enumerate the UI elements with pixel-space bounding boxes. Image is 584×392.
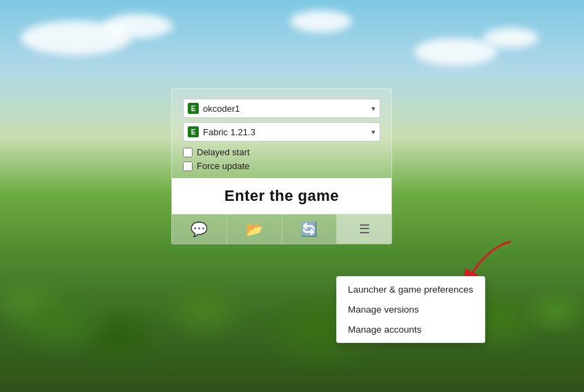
version-arrow-icon: ▾ bbox=[371, 128, 376, 137]
hamburger-icon: ☰ bbox=[359, 222, 370, 237]
dropdown-item-manage-versions[interactable]: Manage versions bbox=[337, 300, 485, 320]
chat-icon: 💬 bbox=[191, 221, 208, 237]
folder-icon: 📂 bbox=[246, 221, 263, 237]
toolbar: 💬 📂 🔄 ☰ bbox=[172, 214, 391, 244]
more-options-button[interactable]: ☰ bbox=[337, 215, 391, 244]
delayed-start-label: Delayed start bbox=[197, 147, 250, 157]
version-select[interactable]: E Fabric 1.21.3 ▾ bbox=[183, 122, 380, 141]
cloud-decoration bbox=[290, 10, 352, 32]
launcher-form: E okcoder1 ▾ E Fabric 1.21.3 ▾ Delayed s… bbox=[172, 89, 391, 171]
delayed-start-checkbox[interactable] bbox=[183, 148, 193, 157]
checkboxes-section: Delayed start Force update bbox=[183, 147, 380, 171]
dropdown-item-manage-accounts[interactable]: Manage accounts bbox=[337, 320, 485, 340]
account-arrow-icon: ▾ bbox=[371, 104, 376, 113]
refresh-button[interactable]: 🔄 bbox=[282, 215, 338, 244]
delayed-start-checkbox-row[interactable]: Delayed start bbox=[183, 147, 380, 157]
account-select[interactable]: E okcoder1 ▾ bbox=[183, 99, 380, 118]
account-value: okcoder1 bbox=[203, 104, 371, 114]
dropdown-item-launcher-prefs[interactable]: Launcher & game preferences bbox=[337, 280, 485, 300]
version-badge: E bbox=[188, 126, 199, 137]
launcher-window: E okcoder1 ▾ E Fabric 1.21.3 ▾ Delayed s… bbox=[171, 88, 392, 244]
refresh-icon: 🔄 bbox=[300, 221, 318, 237]
cloud-decoration bbox=[104, 14, 173, 38]
account-badge: E bbox=[188, 103, 199, 114]
enter-game-button[interactable]: Enter the game bbox=[224, 187, 339, 205]
cloud-decoration bbox=[483, 28, 538, 48]
cloud-decoration bbox=[414, 38, 497, 66]
force-update-checkbox[interactable] bbox=[183, 161, 193, 171]
version-value: Fabric 1.21.3 bbox=[203, 127, 371, 137]
account-select-row: E okcoder1 ▾ bbox=[183, 99, 380, 118]
force-update-checkbox-row[interactable]: Force update bbox=[183, 161, 380, 171]
enter-button-area: Enter the game bbox=[172, 178, 391, 214]
version-select-row: E Fabric 1.21.3 ▾ bbox=[183, 122, 380, 141]
force-update-label: Force update bbox=[197, 161, 250, 171]
chat-button[interactable]: 💬 bbox=[172, 215, 227, 244]
folder-button[interactable]: 📂 bbox=[227, 215, 282, 244]
dropdown-menu: Launcher & game preferences Manage versi… bbox=[336, 276, 485, 343]
